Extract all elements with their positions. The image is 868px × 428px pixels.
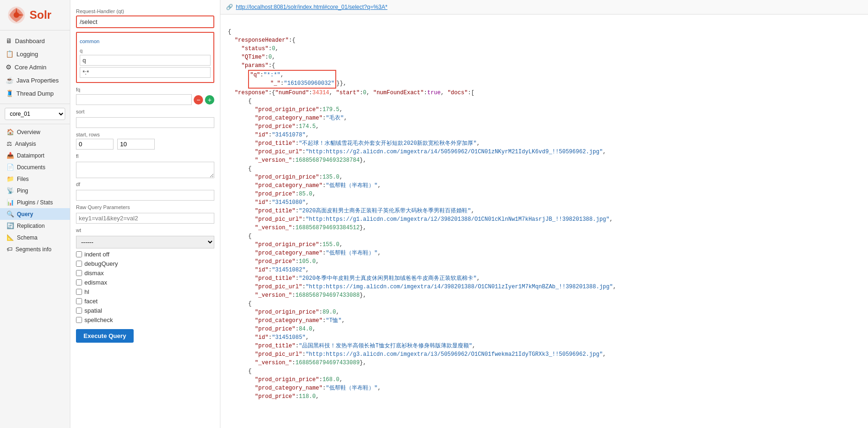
execute-query-button[interactable]: Execute Query	[76, 329, 134, 343]
start-rows-container	[76, 139, 214, 150]
fq-label: fq	[76, 87, 214, 92]
debug-query-label: debugQuery	[84, 260, 118, 267]
core-admin-icon: ⚙	[6, 63, 12, 71]
segments-icon: 🏷	[7, 246, 13, 253]
sidebar-item-thread-dump[interactable]: 🧵 Thread Dump	[0, 87, 70, 100]
hl-label: hl	[84, 288, 89, 295]
fq-row: − +	[76, 94, 214, 105]
top-nav: 🖥 Dashboard 📋 Logging ⚙ Core Admin ☕ Jav…	[0, 30, 70, 104]
edismax-label: edismax	[84, 279, 107, 286]
debug-query-row: debugQuery	[76, 260, 214, 267]
analysis-icon: ⚖	[7, 140, 12, 147]
core-nav-overview[interactable]: 🏠 Overview	[0, 126, 70, 138]
sort-input[interactable]	[76, 117, 214, 128]
ping-icon: 📡	[7, 187, 14, 194]
hl-checkbox[interactable]	[76, 289, 82, 295]
link-icon: 🔗	[226, 4, 233, 10]
sidebar-item-java-properties[interactable]: ☕ Java Properties	[0, 74, 70, 87]
svg-point-1	[14, 12, 19, 18]
core-nav-schema[interactable]: 📐 Schema	[0, 232, 70, 243]
core-nav-ping[interactable]: 📡 Ping	[0, 185, 70, 196]
sidebar-item-logging[interactable]: 📋 Logging	[0, 47, 70, 60]
core-select[interactable]: core_01	[5, 108, 65, 120]
dataimport-icon: 📥	[7, 152, 14, 159]
sort-label: sort	[76, 109, 214, 114]
query-panel: Request-Handler (qt) common q fq − + sor…	[70, 0, 220, 428]
common-section: common q	[76, 32, 214, 83]
start-input[interactable]	[76, 139, 113, 150]
core-nav-plugins-stats[interactable]: 📊 Plugins / Stats	[0, 196, 70, 208]
df-label: df	[76, 181, 214, 187]
solr-logo	[7, 6, 26, 24]
spatial-label: spatial	[84, 307, 102, 314]
spellcheck-label: spellcheck	[84, 316, 113, 323]
plugins-icon: 📊	[7, 199, 14, 206]
replication-icon: 🔄	[7, 222, 14, 229]
sidebar-item-core-admin[interactable]: ⚙ Core Admin	[0, 60, 70, 74]
debug-query-checkbox[interactable]	[76, 261, 82, 267]
common-label: common	[80, 38, 211, 44]
spellcheck-row: spellcheck	[76, 316, 214, 323]
edismax-checkbox[interactable]	[76, 279, 82, 285]
raw-params-input[interactable]	[76, 213, 214, 224]
wt-label: wt	[76, 227, 214, 233]
core-nav-segments-info[interactable]: 🏷 Segments info	[0, 243, 70, 255]
logo-text: Solr	[30, 8, 52, 22]
core-nav: 🏠 Overview ⚖ Analysis 📥 Dataimport 📄 Doc…	[0, 124, 70, 257]
sidebar: Solr 🖥 Dashboard 📋 Logging ⚙ Core Admin …	[0, 0, 70, 428]
core-nav-replication[interactable]: 🔄 Replication	[0, 220, 70, 232]
df-input[interactable]	[76, 190, 214, 201]
indent-off-row: indent off	[76, 251, 214, 258]
spatial-checkbox[interactable]	[76, 308, 82, 314]
rows-input[interactable]	[117, 139, 155, 150]
core-nav-files[interactable]: 📁 Files	[0, 173, 70, 185]
logo-area: Solr	[0, 0, 70, 30]
fq-remove-button[interactable]: −	[194, 95, 203, 105]
start-rows-label: start, rows	[76, 132, 214, 137]
query-icon: 🔍	[7, 210, 14, 218]
request-handler-input[interactable]	[76, 15, 214, 28]
q-label: q	[80, 48, 211, 53]
facet-label: facet	[84, 298, 98, 305]
core-nav-query[interactable]: 🔍 Query	[0, 208, 70, 220]
result-url[interactable]: http://localhost:8081/solr/index.html#co…	[236, 4, 387, 10]
indent-off-checkbox[interactable]	[76, 251, 82, 257]
indent-off-label: indent off	[84, 251, 109, 258]
logging-icon: 📋	[6, 50, 14, 58]
json-output: { "responseHeader":{ "status":0, "QTime"…	[220, 15, 868, 428]
dismax-row: dismax	[76, 270, 214, 277]
schema-icon: 📐	[7, 234, 14, 241]
fl-textarea[interactable]	[76, 162, 214, 178]
core-nav-dataimport[interactable]: 📥 Dataimport	[0, 150, 70, 161]
dismax-label: dismax	[84, 270, 104, 277]
facet-row: facet	[76, 298, 214, 305]
fl-label: fl	[76, 153, 214, 159]
spatial-row: spatial	[76, 307, 214, 314]
q-input[interactable]	[80, 55, 211, 66]
spellcheck-checkbox[interactable]	[76, 317, 82, 323]
hl-row: hl	[76, 288, 214, 295]
core-selector: core_01	[0, 104, 70, 124]
core-nav-documents[interactable]: 📄 Documents	[0, 161, 70, 173]
fq-add-button[interactable]: +	[205, 95, 214, 105]
results-panel: 🔗 http://localhost:8081/solr/index.html#…	[220, 0, 868, 428]
raw-params-label: Raw Query Parameters	[76, 204, 214, 210]
q-sub-input[interactable]	[80, 67, 211, 78]
sidebar-item-dashboard[interactable]: 🖥 Dashboard	[0, 34, 70, 47]
overview-icon: 🏠	[7, 128, 14, 135]
fq-input[interactable]	[76, 94, 192, 105]
dashboard-icon: 🖥	[6, 37, 12, 45]
wt-select[interactable]: ------jsonxmlcsvpythonrubyphpphpsvelocit…	[76, 236, 214, 248]
facet-checkbox[interactable]	[76, 298, 82, 304]
java-icon: ☕	[6, 76, 14, 84]
thread-dump-icon: 🧵	[6, 90, 14, 97]
core-nav-analysis[interactable]: ⚖ Analysis	[0, 138, 70, 150]
dismax-checkbox[interactable]	[76, 270, 82, 276]
request-handler-label: Request-Handler (qt)	[76, 8, 214, 14]
documents-icon: 📄	[7, 164, 14, 171]
url-bar: 🔗 http://localhost:8081/solr/index.html#…	[220, 0, 868, 15]
files-icon: 📁	[7, 175, 14, 182]
edismax-row: edismax	[76, 279, 214, 286]
